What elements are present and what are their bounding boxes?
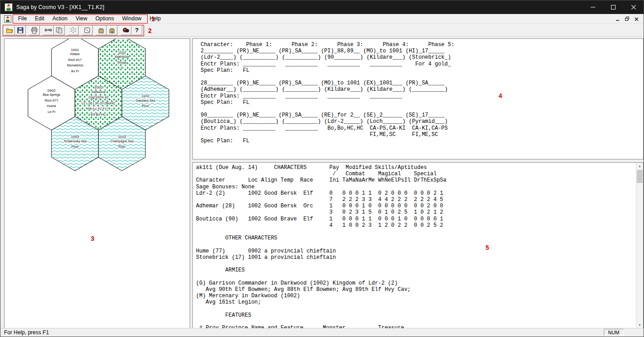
open-folder-icon: [6, 27, 13, 34]
hex-1002-label: Darkwood: [92, 90, 106, 94]
mdi-restore-button[interactable]: [623, 15, 631, 23]
menu-bar: File Edit Action View Options Window Hel…: [0, 14, 644, 24]
turn-report-text: ak1t1 (Due Aug. 14) CHARACTERS Pay Modif…: [193, 163, 643, 329]
scroll-down-arrow-icon[interactable]: ▼: [636, 322, 643, 328]
close-icon: [631, 5, 636, 9]
hex-1001-label: Stonebrick: [67, 63, 83, 67]
menu-options[interactable]: Options: [91, 14, 118, 23]
floppy-disk-icon: [17, 27, 24, 34]
mdi-minimize-icon: [616, 17, 620, 21]
maximize-button[interactable]: [603, 0, 623, 14]
menu-view[interactable]: View: [71, 14, 91, 23]
menu-edit[interactable]: Edit: [31, 14, 48, 23]
hex-1103-label: Poor: [118, 145, 126, 149]
forms-pages-icon: [56, 27, 63, 34]
phase-plans-panel[interactable]: Character: Phase 1: Phase 2: Phase 3: Ph…: [192, 38, 644, 159]
document-app-icon: [4, 15, 11, 23]
masks-icon: [122, 27, 130, 34]
hex-1103-label: Champagne Sea: [110, 140, 133, 143]
help-button[interactable]: ?: [131, 25, 142, 35]
castle-icon: [98, 27, 105, 34]
hex-1003-label: 1003: [71, 135, 79, 139]
hex-1002-label: L2 L28 L30 G=2BoHC: [82, 101, 116, 105]
phase-plans-text: Character: Phase 1: Phase 2: Phase 3: Ph…: [193, 39, 643, 144]
hex-1002-label: 10g/100% #2: [89, 95, 109, 99]
app-window: Saga by Cosmo V3 - [XK1__T1.K2] File Edi…: [0, 0, 644, 337]
mdi-close-icon: [635, 17, 639, 21]
menu-file[interactable]: File: [14, 14, 31, 23]
close-button[interactable]: [623, 0, 644, 14]
hex-map: 1001KildareRich #17StonebrickAx Fl1101Al…: [5, 39, 190, 328]
forms-button[interactable]: [54, 25, 65, 35]
hex-1001-label: Kildare: [70, 52, 79, 56]
hex-1002-label: 1002: [94, 85, 103, 89]
scroll-up-arrow-icon[interactable]: ▲: [636, 163, 643, 169]
hex-grid-icon: [70, 27, 77, 34]
hex-1101-label: Prosp: [117, 61, 126, 65]
minimize-icon: [591, 5, 595, 9]
hex-0902-label: 0902: [47, 89, 56, 93]
maximize-icon: [611, 5, 616, 9]
title-bar[interactable]: Saga by Cosmo V3 - [XK1__T1.K2]: [0, 0, 644, 14]
report-scrollbar[interactable]: ▲ ▼: [636, 163, 643, 328]
menu-help[interactable]: Help: [145, 14, 165, 23]
print-button[interactable]: [29, 25, 40, 35]
menu-action[interactable]: Action: [48, 14, 71, 23]
status-help-text: For Help, press F1: [4, 329, 49, 336]
castle-keep-icon: [108, 27, 116, 34]
open-button[interactable]: [4, 25, 15, 35]
hex-1101-label: Alderwood: [115, 55, 129, 58]
turn-report-panel[interactable]: ak1t1 (Due Aug. 14) CHARACTERS Pay Modif…: [192, 162, 644, 329]
scrollbar-thumb[interactable]: [637, 170, 643, 183]
hex-1001-label: 1001: [71, 48, 79, 52]
hex-1002-label: M=Lc F2 F1?: [89, 107, 109, 111]
dice-button[interactable]: [82, 25, 93, 35]
hex-0902-label: Hume: [47, 104, 56, 108]
hex-1103-label: 1103: [118, 135, 126, 139]
hex-1001-label: Ax Fl: [71, 69, 79, 73]
mdi-restore-icon: [625, 17, 630, 21]
hex-0902-label: Le Fl: [48, 110, 56, 114]
menu-window[interactable]: Window: [118, 14, 146, 23]
masks-button[interactable]: [121, 25, 131, 35]
app-icon: [5, 3, 13, 11]
hex-1101-label: 1101: [118, 51, 126, 55]
status-bar: For Help, press F1 NUM: [0, 328, 644, 337]
help-icon: ?: [135, 27, 139, 33]
hex-1101-label: Tr: [121, 66, 124, 70]
hex-0902-label: Rich #77: [45, 98, 58, 103]
hexgrid-button[interactable]: [68, 25, 79, 35]
save-button[interactable]: [15, 25, 26, 35]
dd-label: D+D: [45, 28, 52, 32]
window-title: Saga by Cosmo V3 - [XK1__T1.K2]: [16, 4, 104, 10]
hex-0902-label: Blue Springs: [43, 93, 61, 97]
hex-map-panel[interactable]: 1001KildareRich #17StonebrickAx Fl1101Al…: [4, 38, 190, 329]
printer-icon: [31, 27, 38, 34]
minimize-button[interactable]: [583, 0, 603, 14]
mdi-minimize-button[interactable]: [613, 15, 622, 23]
castle-button-2[interactable]: [107, 25, 117, 35]
num-lock-indicator: NUM: [604, 329, 624, 336]
hex-1001-label: Rich #17: [68, 58, 82, 62]
mdi-close-button[interactable]: [632, 15, 641, 23]
hex-1003-label: Tchaikovsky Sea: [64, 140, 87, 143]
toolbar: D+D: [0, 24, 644, 37]
dd-button[interactable]: D+D: [43, 25, 54, 35]
hex-1102-label: Daedalus Sea: [136, 99, 155, 102]
dice-icon: [84, 27, 91, 34]
hex-1002-label: Elf Bo HC: [91, 112, 106, 117]
hex-1003-label: Poor: [71, 145, 79, 149]
hex-1102-label: Poor: [142, 104, 149, 108]
castle-button-1[interactable]: [96, 25, 107, 35]
hex-1102-label: 1102: [141, 94, 149, 98]
